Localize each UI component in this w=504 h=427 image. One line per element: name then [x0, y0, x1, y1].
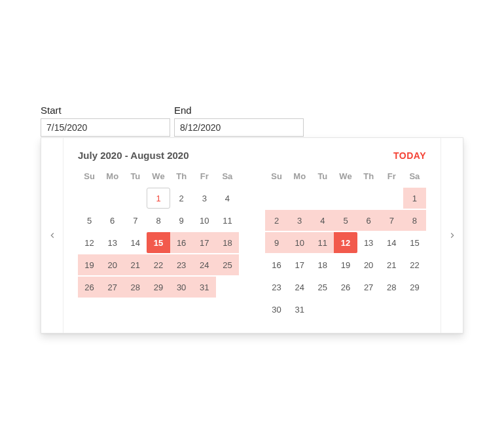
day-cell[interactable]: 9: [170, 210, 193, 231]
day-cell[interactable]: 19: [334, 254, 357, 275]
weekday-label: Th: [357, 169, 380, 184]
day-cell[interactable]: 22: [403, 254, 426, 275]
day-cell[interactable]: 14: [124, 232, 147, 253]
day-cell[interactable]: 15: [403, 232, 426, 253]
day-cell[interactable]: 3: [193, 188, 216, 209]
day-cell[interactable]: 20: [357, 254, 380, 275]
day-cell[interactable]: 22: [147, 254, 170, 275]
day-cell[interactable]: 3: [288, 210, 311, 231]
today-button[interactable]: TODAY: [393, 150, 426, 161]
day-cell[interactable]: 28: [124, 277, 147, 298]
weekday-label: Mo: [101, 169, 124, 184]
day-cell[interactable]: 6: [101, 210, 124, 231]
weekday-label: Fr: [380, 169, 403, 184]
day-cell[interactable]: 8: [147, 210, 170, 231]
popup-header: July 2020 - August 2020 TODAY: [78, 150, 426, 161]
day-cell[interactable]: 18: [216, 232, 239, 253]
weekday-label: Tu: [124, 169, 147, 184]
start-field-group: Start: [41, 105, 170, 137]
weekday-label: We: [147, 169, 170, 184]
day-cell[interactable]: 26: [334, 277, 357, 298]
day-cell[interactable]: 13: [101, 232, 124, 253]
day-cell[interactable]: 5: [78, 210, 101, 231]
days-grid: 1234567891011121314151617181920212223242…: [78, 188, 239, 298]
day-cell[interactable]: 15: [147, 232, 170, 253]
weekday-label: Th: [170, 169, 193, 184]
day-cell[interactable]: 1: [147, 188, 170, 209]
prev-month-button[interactable]: [41, 138, 63, 333]
weekday-label: Sa: [216, 169, 239, 184]
day-cell[interactable]: 21: [124, 254, 147, 275]
end-input[interactable]: [174, 118, 304, 137]
day-cell[interactable]: 25: [311, 277, 334, 298]
day-cell[interactable]: 29: [403, 277, 426, 298]
day-cell[interactable]: 6: [357, 210, 380, 231]
day-cell[interactable]: 24: [288, 277, 311, 298]
chevron-left-icon: [48, 231, 57, 240]
day-cell[interactable]: 8: [403, 210, 426, 231]
day-cell[interactable]: 11: [216, 210, 239, 231]
month-1: SuMoTuWeThFrSa12345678910111213141516171…: [265, 169, 426, 320]
start-label: Start: [41, 105, 170, 116]
day-empty: [124, 188, 147, 209]
day-cell[interactable]: 30: [265, 299, 288, 320]
day-cell[interactable]: 13: [357, 232, 380, 253]
day-cell[interactable]: 16: [170, 232, 193, 253]
day-cell[interactable]: 29: [147, 277, 170, 298]
weekday-label: Su: [265, 169, 288, 184]
day-cell[interactable]: 23: [170, 254, 193, 275]
days-grid: 1234567891011121314151617181920212223242…: [265, 188, 426, 320]
day-cell[interactable]: 12: [78, 232, 101, 253]
day-cell[interactable]: 12: [334, 232, 357, 253]
day-empty: [288, 188, 311, 209]
day-cell[interactable]: 9: [265, 232, 288, 253]
day-cell[interactable]: 24: [193, 254, 216, 275]
day-cell[interactable]: 27: [101, 277, 124, 298]
day-cell[interactable]: 2: [170, 188, 193, 209]
day-cell[interactable]: 18: [311, 254, 334, 275]
day-cell[interactable]: 7: [380, 210, 403, 231]
weekday-label: Tu: [311, 169, 334, 184]
day-empty: [265, 188, 288, 209]
months-container: July 2020 - August 2020 TODAY SuMoTuWeTh…: [63, 138, 441, 333]
day-cell[interactable]: 10: [288, 232, 311, 253]
day-empty: [334, 188, 357, 209]
end-field-group: End: [174, 105, 304, 137]
day-cell[interactable]: 31: [288, 299, 311, 320]
day-cell[interactable]: 17: [288, 254, 311, 275]
start-input[interactable]: [41, 118, 170, 137]
chevron-right-icon: [448, 231, 457, 240]
day-cell[interactable]: 7: [124, 210, 147, 231]
day-empty: [357, 188, 380, 209]
day-cell[interactable]: 27: [357, 277, 380, 298]
day-cell[interactable]: 26: [78, 277, 101, 298]
day-empty: [380, 188, 403, 209]
weekday-label: Mo: [288, 169, 311, 184]
day-cell[interactable]: 4: [216, 188, 239, 209]
weekday-label: We: [334, 169, 357, 184]
day-cell[interactable]: 31: [193, 277, 216, 298]
date-range-popup: July 2020 - August 2020 TODAY SuMoTuWeTh…: [41, 137, 463, 333]
day-cell[interactable]: 21: [380, 254, 403, 275]
day-cell[interactable]: 16: [265, 254, 288, 275]
weekday-label: Sa: [403, 169, 426, 184]
next-month-button[interactable]: [441, 138, 463, 333]
day-cell[interactable]: 19: [78, 254, 101, 275]
day-cell[interactable]: 5: [334, 210, 357, 231]
day-cell[interactable]: 17: [193, 232, 216, 253]
day-cell[interactable]: 23: [265, 277, 288, 298]
day-cell[interactable]: 14: [380, 232, 403, 253]
day-cell[interactable]: 28: [380, 277, 403, 298]
day-cell[interactable]: 11: [311, 232, 334, 253]
day-cell[interactable]: 10: [193, 210, 216, 231]
day-cell[interactable]: 20: [101, 254, 124, 275]
months-grid: SuMoTuWeThFrSa12345678910111213141516171…: [78, 169, 426, 320]
weekday-row: SuMoTuWeThFrSa: [265, 169, 426, 184]
day-cell[interactable]: 30: [170, 277, 193, 298]
day-empty: [78, 188, 101, 209]
day-cell[interactable]: 25: [216, 254, 239, 275]
day-cell[interactable]: 2: [265, 210, 288, 231]
day-cell[interactable]: 4: [311, 210, 334, 231]
end-label: End: [174, 105, 304, 116]
day-cell[interactable]: 1: [403, 188, 426, 209]
